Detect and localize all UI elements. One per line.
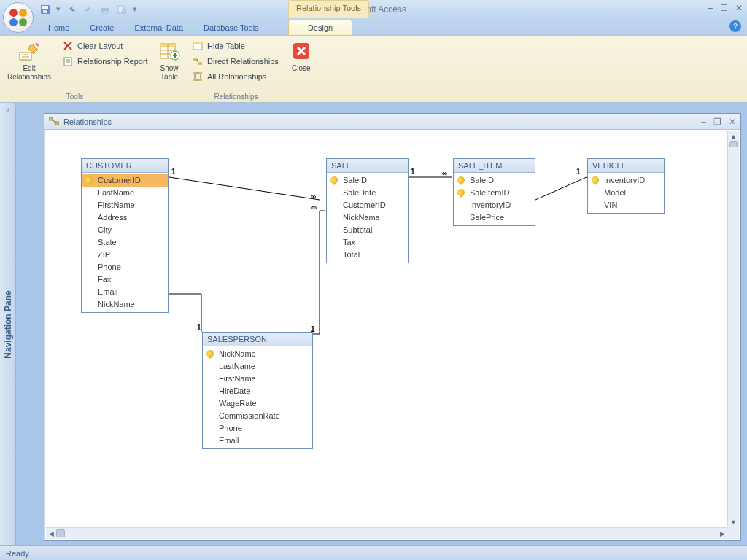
qat-customize-icon[interactable]: ▾	[131, 2, 139, 17]
field[interactable]: SaleItemID	[454, 187, 535, 199]
show-table-icon	[158, 39, 181, 63]
show-table-button[interactable]: Show Table	[155, 38, 184, 83]
horizontal-scrollbar[interactable]: ◀ ▶	[46, 527, 727, 539]
table-customer[interactable]: CUSTOMER CustomerID LastName FirstName A…	[81, 158, 169, 313]
table-sale-item[interactable]: SALE_ITEM SaleID SaleItemID InventoryID …	[453, 158, 535, 226]
field[interactable]: Email	[82, 286, 168, 298]
document-titlebar[interactable]: Relationships – ❐ ✕	[44, 114, 740, 130]
field[interactable]: Email	[203, 435, 312, 447]
close-button-ribbon[interactable]: Close	[287, 38, 316, 74]
vertical-scrollbar[interactable]: ▲ ▼	[727, 131, 739, 527]
tab-database-tools[interactable]: Database Tools	[193, 20, 269, 35]
doc-minimize-icon[interactable]: –	[701, 117, 706, 127]
table-salesperson[interactable]: SALESPERSON NickName LastName FirstName …	[202, 332, 313, 449]
navigation-pane[interactable]: » Navigation Pane	[0, 103, 16, 545]
table-title: SALE	[327, 159, 408, 173]
document-title: Relationships	[63, 117, 112, 126]
scroll-thumb[interactable]	[56, 529, 65, 537]
ribbon: Edit Relationships Clear Layout Relation…	[0, 35, 747, 103]
svg-rect-23	[193, 79, 196, 81]
scroll-right-icon[interactable]: ▶	[717, 528, 727, 539]
field[interactable]: InventoryID	[588, 174, 664, 187]
cardinality-many: ∞	[311, 203, 317, 211]
doc-close-icon[interactable]: ✕	[729, 117, 736, 127]
scroll-left-icon[interactable]: ◀	[46, 528, 56, 539]
field[interactable]: CustomerID	[82, 174, 168, 187]
field[interactable]: NickName	[203, 348, 312, 360]
tab-create[interactable]: Create	[80, 20, 124, 35]
field[interactable]: State	[82, 236, 168, 249]
save-icon[interactable]	[38, 2, 53, 17]
cardinality-many: ∞	[311, 192, 316, 201]
group-label-tools: Tools	[4, 91, 145, 102]
print-preview-icon[interactable]	[115, 2, 129, 17]
maximize-button[interactable]: ☐	[720, 3, 728, 13]
all-relationships-button[interactable]: All Relationships	[190, 70, 281, 83]
field[interactable]: Total	[327, 249, 408, 261]
document-area: Relationships – ❐ ✕ 1 ∞ ∞ 1	[16, 103, 747, 545]
svg-rect-24	[199, 79, 202, 81]
hide-table-button[interactable]: Hide Table	[190, 39, 281, 52]
office-button[interactable]	[3, 2, 34, 33]
relationship-report-icon	[62, 55, 74, 67]
field[interactable]: Address	[82, 211, 168, 224]
navpane-expand-icon[interactable]: »	[0, 103, 15, 117]
svg-rect-21	[193, 72, 196, 74]
print-icon[interactable]	[98, 2, 112, 17]
undo-icon[interactable]	[64, 2, 79, 17]
svg-rect-6	[43, 10, 47, 13]
field[interactable]: FirstName	[82, 199, 168, 211]
relationships-canvas[interactable]: 1 ∞ ∞ 1 1 ∞ 1 ∞ ∞ 1 CUSTOMER CustomerID …	[46, 131, 727, 527]
field[interactable]: NickName	[327, 211, 408, 224]
field[interactable]: CustomerID	[327, 199, 408, 211]
field[interactable]: LastName	[203, 360, 312, 373]
field[interactable]: InventoryID	[454, 199, 535, 211]
help-icon[interactable]: ?	[729, 20, 741, 32]
close-icon	[290, 39, 313, 63]
tab-home[interactable]: Home	[38, 20, 80, 35]
ribbon-tabs: Home Create External Data Database Tools…	[0, 18, 747, 35]
field[interactable]: Tax	[327, 236, 408, 249]
quick-access-toolbar: ▾ ▾	[38, 0, 139, 18]
tab-design[interactable]: Design	[288, 20, 352, 35]
field[interactable]: NickName	[82, 298, 168, 311]
field[interactable]: LastName	[82, 187, 168, 199]
field[interactable]: HireDate	[203, 385, 312, 397]
field[interactable]: Phone	[203, 422, 312, 435]
field[interactable]: SaleID	[327, 174, 408, 187]
field[interactable]: VIN	[588, 199, 664, 211]
scroll-up-icon[interactable]: ▲	[728, 131, 739, 141]
cardinality-one: 1	[411, 168, 415, 176]
cardinality-one: 1	[171, 168, 176, 176]
field[interactable]: Model	[588, 187, 664, 199]
field[interactable]: Phone	[82, 261, 168, 273]
field[interactable]: SalePrice	[454, 211, 535, 224]
field[interactable]: Subtotal	[327, 224, 408, 236]
edit-relationships-icon	[18, 39, 41, 63]
scroll-thumb[interactable]	[729, 141, 738, 147]
minimize-button[interactable]: –	[708, 3, 713, 13]
clear-layout-button[interactable]: Clear Layout	[60, 39, 150, 52]
doc-restore-icon[interactable]: ❐	[713, 117, 721, 127]
field[interactable]: CommissionRate	[203, 410, 312, 422]
field[interactable]: City	[82, 224, 168, 236]
table-vehicle[interactable]: VEHICLE InventoryID Model VIN	[587, 158, 665, 214]
svg-point-1	[19, 9, 27, 17]
table-title: VEHICLE	[588, 159, 664, 173]
edit-relationships-button[interactable]: Edit Relationships	[4, 38, 54, 83]
field[interactable]: WageRate	[203, 397, 312, 410]
field[interactable]: Fax	[82, 273, 168, 286]
table-sale[interactable]: SALE SaleID SaleDate CustomerID NickName…	[326, 158, 409, 263]
qat-dropdown-icon[interactable]: ▾	[55, 2, 62, 17]
field[interactable]: SaleDate	[327, 187, 408, 199]
tab-external-data[interactable]: External Data	[124, 20, 193, 35]
relationship-report-button[interactable]: Relationship Report	[60, 55, 150, 68]
field[interactable]: SaleID	[454, 174, 535, 187]
direct-relationships-button[interactable]: Direct Relationships	[190, 55, 281, 68]
field[interactable]: FirstName	[203, 373, 312, 385]
group-label-relationships: Relationships	[155, 91, 317, 102]
scroll-down-icon[interactable]: ▼	[728, 517, 739, 527]
close-button[interactable]: ✕	[735, 3, 743, 13]
field[interactable]: ZIP	[82, 249, 168, 261]
redo-icon[interactable]	[81, 2, 96, 17]
